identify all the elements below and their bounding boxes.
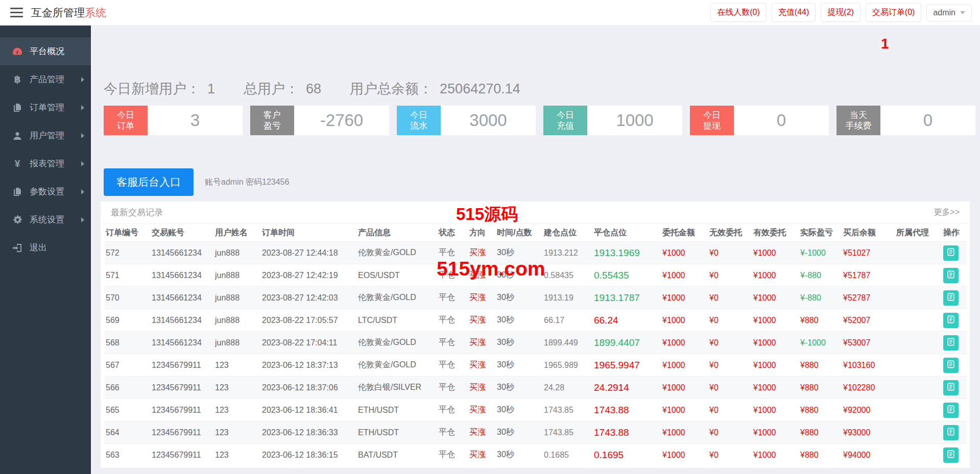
cell-valid-entrust: ¥1000 xyxy=(752,287,799,309)
detail-button[interactable] xyxy=(943,313,959,328)
cell-order-id: 572 xyxy=(105,242,151,264)
cell-action xyxy=(942,242,967,264)
cell-balance: ¥51787 xyxy=(842,264,895,287)
cell-account: 12345679911 xyxy=(151,354,214,377)
cell-status: 平仓 xyxy=(438,444,468,466)
hamburger-icon[interactable] xyxy=(10,8,23,17)
cell-valid-entrust: ¥1000 xyxy=(752,309,799,332)
column-header: 状态 xyxy=(438,224,468,242)
column-header: 有效委托 xyxy=(752,224,799,242)
cell-open-point: 1743.85 xyxy=(543,399,593,421)
column-header: 产品信息 xyxy=(357,224,438,242)
cell-action xyxy=(942,377,967,399)
column-header: 所属代理 xyxy=(895,224,942,242)
stats-line: 今日新增用户：1总用户：68用户总余额：25064270.14 xyxy=(104,80,520,98)
cell-product: LTC/USDT xyxy=(357,309,438,332)
stat-label: 总用户： xyxy=(244,81,299,96)
detail-button[interactable] xyxy=(943,380,959,395)
detail-button[interactable] xyxy=(943,335,959,351)
sidebar-item-users[interactable]: 用户管理 xyxy=(0,121,91,149)
more-link[interactable]: 更多>> xyxy=(934,207,960,218)
cell-open-point: 24.28 xyxy=(543,377,593,399)
cell-invalid-entrust: ¥0 xyxy=(708,242,752,264)
column-header: 委托金额 xyxy=(661,224,708,242)
cell-action xyxy=(942,421,967,444)
cell-order-time: 2023-08-22 17:05:57 xyxy=(261,309,357,332)
detail-button[interactable] xyxy=(943,245,959,261)
cell-agent xyxy=(895,354,942,377)
sidebar-item-system[interactable]: 系统设置 xyxy=(0,206,91,234)
cell-duration: 30秒 xyxy=(496,309,543,332)
sidebar-item-products[interactable]: ฿产品管理 xyxy=(0,65,91,93)
cell-product: 伦敦黄金/GOLD xyxy=(357,287,438,309)
panel-header: 最新交易记录 更多>> xyxy=(101,202,970,224)
watermark-site: 515ym.com xyxy=(437,258,545,280)
cell-product: ETH/USDT xyxy=(357,399,438,421)
sidebar-item-dashboard[interactable]: 平台概况 xyxy=(0,37,91,65)
user-menu[interactable]: admin xyxy=(926,4,972,21)
sidebar-item-params[interactable]: 参数设置 xyxy=(0,178,91,206)
detail-button[interactable] xyxy=(943,403,959,418)
cell-invalid-entrust: ¥0 xyxy=(708,309,752,332)
trade-orders-button[interactable]: 交易订单(0) xyxy=(866,3,922,22)
cell-account: 12345679911 xyxy=(151,444,214,466)
stat-card: 今日提现0 xyxy=(690,106,829,135)
sidebar-item-orders[interactable]: 订单管理 xyxy=(0,93,91,121)
cell-order-id: 566 xyxy=(105,377,151,399)
column-header: 操作 xyxy=(942,224,967,242)
trades-panel: 最新交易记录 更多>> 订单编号交易账号用户姓名订单时间产品信息状态方向时间/点… xyxy=(101,202,970,468)
app-title-main: 互金所管理 xyxy=(31,7,85,18)
cell-product: 伦敦白银/SILVER xyxy=(357,377,438,399)
cell-duration: 30秒 xyxy=(496,287,543,309)
service-entry-button[interactable]: 客服后台入口 xyxy=(104,168,194,196)
cell-order-id: 565 xyxy=(105,399,151,421)
cell-order-time: 2023-06-12 18:36:33 xyxy=(261,421,357,444)
cell-product: 伦敦黄金/GOLD xyxy=(357,332,438,354)
table-row: 566123456799111232023-06-12 18:37:06伦敦白银… xyxy=(105,377,967,399)
detail-button[interactable] xyxy=(943,290,959,306)
cell-duration: 30秒 xyxy=(496,377,543,399)
cell-balance: ¥53007 xyxy=(842,332,895,354)
detail-button[interactable] xyxy=(943,358,959,373)
cell-direction: 买涨 xyxy=(468,332,496,354)
cell-invalid-entrust: ¥0 xyxy=(708,377,752,399)
cell-status: 平仓 xyxy=(438,354,468,377)
cell-direction: 买涨 xyxy=(468,354,496,377)
cell-close-point: 24.2914 xyxy=(593,377,661,399)
detail-button[interactable] xyxy=(943,268,959,283)
cell-open-point: 1913.19 xyxy=(543,287,593,309)
detail-button[interactable] xyxy=(943,425,959,440)
cell-balance: ¥103160 xyxy=(842,354,895,377)
cell-actual-profit: ¥880 xyxy=(799,377,842,399)
cell-action xyxy=(942,399,967,421)
cell-username: 123 xyxy=(214,377,261,399)
sidebar-item-reports[interactable]: ¥报表管理 xyxy=(0,149,91,178)
cell-action xyxy=(942,332,967,354)
cell-agent xyxy=(895,332,942,354)
cell-product: 伦敦黄金/GOLD xyxy=(357,354,438,377)
cell-actual-profit: ¥880 xyxy=(799,354,842,377)
online-users-button[interactable]: 在线人数(0) xyxy=(710,3,767,22)
cell-username: jun888 xyxy=(214,332,261,354)
cell-actual-profit: ¥-1000 xyxy=(799,242,842,264)
copy-icon xyxy=(11,186,23,197)
cell-order-id: 569 xyxy=(105,309,151,332)
cell-balance: ¥51027 xyxy=(842,242,895,264)
cell-balance: ¥93000 xyxy=(842,421,895,444)
cell-status: 平仓 xyxy=(438,421,468,444)
detail-button[interactable] xyxy=(943,447,959,463)
withdraw-button[interactable]: 提现(2) xyxy=(821,3,861,22)
cell-order-id: 571 xyxy=(105,264,151,287)
sidebar-item-logout[interactable]: 退出 xyxy=(0,234,91,262)
cell-status: 平仓 xyxy=(438,309,468,332)
stat-card-label: 客户盈亏 xyxy=(250,106,294,135)
cell-account: 12345679911 xyxy=(151,399,214,421)
recharge-button[interactable]: 充值(44) xyxy=(772,3,816,22)
cell-valid-entrust: ¥1000 xyxy=(752,264,799,287)
cell-actual-profit: ¥-880 xyxy=(799,287,842,309)
cell-invalid-entrust: ¥0 xyxy=(708,421,752,444)
cell-direction: 买涨 xyxy=(468,399,496,421)
cell-action xyxy=(942,287,967,309)
cell-close-point: 1899.4407 xyxy=(593,332,661,354)
cell-direction: 买涨 xyxy=(468,287,496,309)
